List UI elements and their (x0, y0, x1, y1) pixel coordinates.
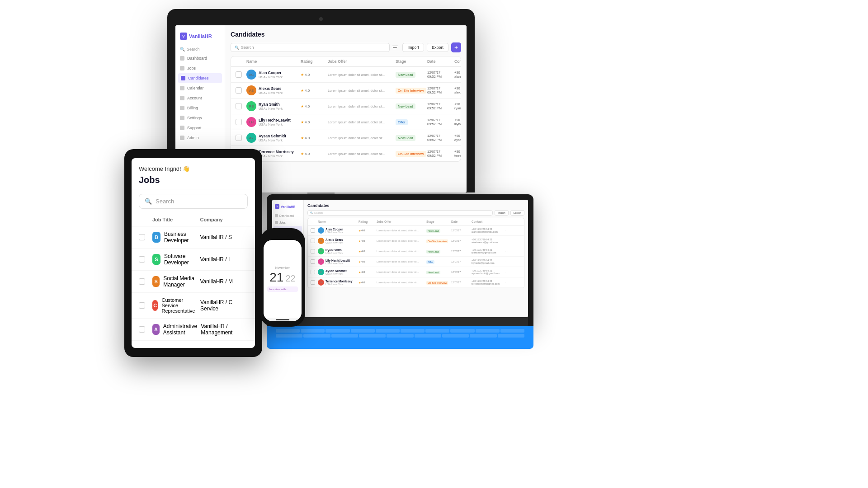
tablet-table-row[interactable]: A Administrative Assistant VanillaHR / M… (132, 319, 255, 341)
sidebar-item-admin[interactable]: Admin (175, 133, 225, 143)
sidebar-item-dashboard[interactable]: Dashboard (175, 53, 225, 63)
job-offer-text: Lorem ipsum dolor sit amet, dolor sit... (328, 73, 393, 77)
tablet-table-row[interactable]: S Social Media Manager VanillaHR / M (132, 271, 255, 293)
avatar: RS (246, 101, 256, 111)
stage-badge: On-Site Interview (396, 151, 427, 157)
row-checkbox[interactable] (311, 239, 315, 243)
import-button[interactable]: Import (402, 43, 424, 52)
row-checkbox[interactable] (139, 302, 145, 309)
rating: ★4.0 (301, 73, 328, 77)
name-cell: RS Ryan Smith USA / New York (246, 101, 301, 111)
table-row[interactable]: AS Alexis Sears USA / New York ★4.0 Lore… (231, 83, 461, 99)
laptop-toolbar: 🔍 Search Import Export (307, 210, 524, 216)
table-row[interactable]: AC Alan Cooper USA / New York ★4.0 Lorem… (231, 67, 461, 83)
date-cell: 12/07/17 09:52 PM (427, 134, 454, 142)
tablet-table-row[interactable]: S Software Developer VanillaHR / I (132, 249, 255, 271)
laptop-import-button[interactable]: Import (495, 210, 509, 216)
filter-icon[interactable] (392, 44, 400, 51)
add-candidate-button[interactable]: + (451, 42, 461, 52)
date-cell: 12/07/17 09:52 PM (427, 118, 454, 126)
table-row[interactable]: TM Terrence Morrissey USA / New York ★4.… (231, 146, 461, 161)
laptop-wrapper: V VanillaHR Dashboard Jobs (267, 194, 533, 349)
table-row[interactable]: RS Ryan Smith USA / New York ★4.0 Lorem … (231, 99, 461, 114)
job-offer-text: Lorem ipsum dolor sit amet, dolor sit... (328, 104, 393, 108)
keyboard-keys (267, 326, 533, 340)
laptop-nav-jobs[interactable]: Jobs (272, 219, 303, 226)
sidebar-item-jobs[interactable]: Jobs (175, 63, 225, 73)
row-checkbox[interactable] (236, 135, 242, 141)
stage-badge: New Lead (396, 103, 427, 109)
laptop-table-row[interactable]: RS Ryan Smith USA / New York ★4.0 Lorem … (308, 246, 524, 257)
tablet-wrapper: Welcome Ingrid! 👋 Jobs 🔍 Search Job Titl… (124, 149, 262, 357)
row-menu[interactable]: ··· (505, 249, 512, 253)
search-icon-tablet: 🔍 (145, 198, 152, 205)
laptop-jobs-icon (275, 221, 278, 224)
home-bar-line (276, 319, 289, 320)
sidebar-item-billing[interactable]: Billing (175, 103, 225, 113)
job-offer-text: Lorem ipsum dolor sit amet, dolor sit... (328, 136, 393, 140)
row-checkbox[interactable] (139, 278, 145, 285)
stage-badge: New Lead (396, 135, 427, 141)
laptop-table-row[interactable]: AC Alan Cooper USA / New York ★4.0 Lorem… (308, 225, 524, 236)
row-checkbox[interactable] (311, 228, 315, 233)
row-menu[interactable]: ··· (505, 239, 512, 243)
phone-screen: November 21 22 Interview with... (264, 240, 302, 321)
job-letter-icon: A (152, 324, 160, 335)
sidebar-item-settings[interactable]: Settings (175, 113, 225, 123)
row-checkbox[interactable] (311, 259, 315, 264)
support-icon (180, 126, 184, 130)
tablet-search[interactable]: 🔍 Search (139, 194, 248, 209)
date-cell: 12/07/17 09:52 PM (427, 150, 454, 158)
laptop-nav-dashboard[interactable]: Dashboard (272, 212, 303, 219)
toolbar: 🔍 Search Import Export + (231, 42, 461, 52)
export-button[interactable]: Export (427, 43, 448, 52)
sidebar-item-candidates[interactable]: Candidates (178, 73, 222, 83)
phone-calendar: November 21 22 Interview with... (264, 240, 302, 318)
search-icon: 🔍 (180, 47, 185, 52)
search-box[interactable]: 🔍 Search (231, 43, 390, 52)
row-checkbox[interactable] (139, 256, 145, 263)
sidebar-search[interactable]: 🔍 Search (175, 45, 225, 53)
row-checkbox[interactable] (139, 234, 145, 240)
laptop-table-row[interactable]: AY Aysan Schmidt USA / New York ★4.0 Lor… (308, 267, 524, 277)
tablet-table-row[interactable]: B Business Developer VanillaHR / S (132, 226, 255, 249)
table-row[interactable]: AY Aysan Schmidt USA / New York ★4.0 Lor… (231, 130, 461, 146)
row-checkbox[interactable] (311, 270, 315, 274)
sidebar-item-support[interactable]: Support (175, 123, 225, 133)
laptop-table-row[interactable]: TM Terrence Morrissey USA / New York ★4.… (308, 277, 524, 288)
laptop-table-row[interactable]: LH Lily Hecht-Leavitt USA / New York ★4.… (308, 257, 524, 267)
job-letter-icon: B (152, 232, 160, 243)
laptop-main: Candidates 🔍 Search Import Export (304, 200, 528, 317)
row-checkbox[interactable] (236, 119, 242, 125)
laptop-avatar: AY (318, 269, 324, 275)
sidebar-item-account[interactable]: Account (175, 93, 225, 103)
laptop-page-title: Candidates (307, 203, 524, 208)
phone-home-bar (264, 318, 302, 321)
row-checkbox[interactable] (236, 71, 242, 78)
row-checkbox[interactable] (236, 87, 242, 94)
row-checkbox[interactable] (139, 326, 145, 333)
rating: ★4.0 (301, 152, 328, 156)
admin-icon (180, 136, 184, 140)
row-menu[interactable]: ··· (505, 260, 512, 264)
contact-cell: +90 123 789 64 21 alexissears@gmail.com (454, 86, 461, 94)
row-checkbox[interactable] (236, 103, 242, 109)
sidebar-item-calendar[interactable]: Calendar (175, 83, 225, 93)
jobs-icon (180, 66, 184, 70)
row-menu[interactable]: ··· (505, 270, 512, 274)
laptop-dashboard-icon (275, 214, 278, 217)
laptop-search[interactable]: 🔍 Search (307, 210, 493, 216)
row-menu[interactable]: ··· (505, 229, 512, 233)
row-checkbox[interactable] (311, 280, 315, 285)
laptop-export-button[interactable]: Export (510, 210, 524, 216)
jobs-title: Jobs (139, 175, 248, 185)
laptop-table-row[interactable]: AS Alexis Sears USA / New York ★4.0 Lore… (308, 236, 524, 246)
contact-cell: +90 123 789 64 21 alancooper@gmail.com (454, 70, 461, 79)
rating: ★4.0 (301, 89, 328, 93)
row-checkbox[interactable] (311, 249, 315, 253)
laptop-search-icon: 🔍 (310, 211, 313, 214)
row-menu[interactable]: ··· (505, 281, 512, 285)
phone-notch (276, 234, 289, 237)
table-row[interactable]: LH Lily Hecht-Leavitt USA / New York ★4.… (231, 114, 461, 130)
tablet-table-row[interactable]: C Customer Service Representative Vanill… (132, 293, 255, 319)
